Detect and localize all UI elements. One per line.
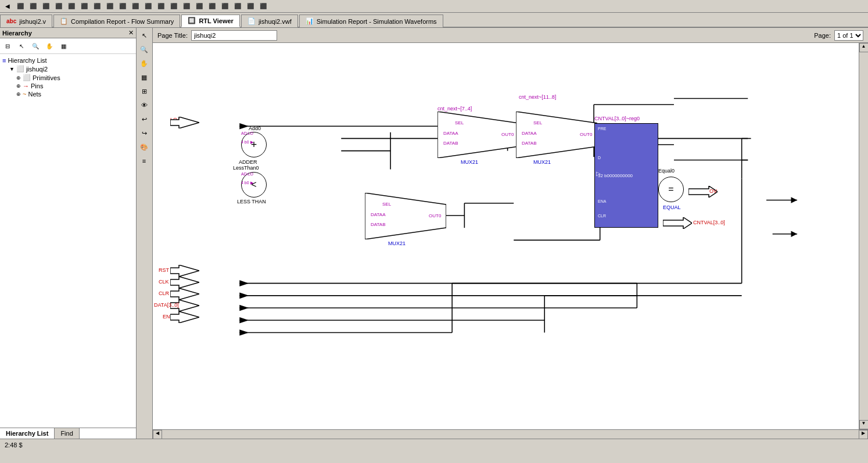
scrollbar-track-h[interactable] xyxy=(162,431,859,438)
sidebar-tool-4[interactable]: ✋ xyxy=(43,40,56,52)
toolbar-icon-12[interactable]: ⬛ xyxy=(156,1,166,12)
sidebar-toolbar: ⊟ ↖ 🔍 ✋ ▦ xyxy=(0,38,136,54)
left-tool-view[interactable]: 👁 xyxy=(138,99,150,112)
canvas-container[interactable]: LOAD Add0 + ADDER LessThan0 < LESS THAN … xyxy=(153,43,859,429)
tree-item-pins[interactable]: ⊕ → Pins xyxy=(16,82,134,90)
toolbar-icon-7[interactable]: ⬛ xyxy=(92,1,102,12)
scrollbar-track-v[interactable] xyxy=(859,52,868,420)
left-tool-pan[interactable]: ✋ xyxy=(138,57,150,70)
toolbar-icon-6[interactable]: ⬛ xyxy=(79,1,89,12)
toolbar-icon-18[interactable]: ⬛ xyxy=(232,1,243,12)
toolbar-icon-11[interactable]: ⬛ xyxy=(143,1,153,12)
toolbar-icon-13[interactable]: ⬛ xyxy=(168,1,179,12)
expand-nets[interactable]: ⊕ xyxy=(16,91,21,97)
sidebar-tool-5[interactable]: ▦ xyxy=(57,40,70,52)
tab-rtl[interactable]: 🔲 RTL Viewer xyxy=(181,15,240,27)
left-tool-list[interactable]: ≡ xyxy=(138,155,150,167)
toolbar-icon-14[interactable]: ⬛ xyxy=(181,1,192,12)
left-tool-forward[interactable]: ↪ xyxy=(138,127,150,139)
toolbar-icon-10[interactable]: ⬛ xyxy=(130,1,141,12)
mux2-shape: SEL DATAA DATAB OUT0 xyxy=(516,112,597,158)
toolbar-icon-2[interactable]: ⬛ xyxy=(28,1,38,12)
page-title-input[interactable] xyxy=(191,30,277,41)
tab-jishuqi2v[interactable]: abc jishuqi2.v xyxy=(0,15,52,27)
left-tool-fit[interactable]: ⊞ xyxy=(138,85,150,98)
left-tool-back[interactable]: ↩ xyxy=(138,113,150,125)
toolbar-back[interactable]: ◀ xyxy=(2,1,13,12)
tab-jishuqi2v-label: jishuqi2.v xyxy=(19,18,46,25)
page-title-label: Page Title: xyxy=(157,32,188,39)
label-cntval-reg: CNTVAL[3..0]~reg0 xyxy=(594,116,640,121)
sidebar-tab-hierarchy[interactable]: Hierarchy List xyxy=(0,428,55,439)
toolbar-icon-17[interactable]: ⬛ xyxy=(220,1,230,12)
nets-icon: ~ xyxy=(23,91,26,98)
svg-text:SEL: SEL xyxy=(382,202,392,207)
svg-marker-1 xyxy=(239,123,249,130)
label-equal0: Equal0 xyxy=(658,168,675,174)
toolbar-icon-9[interactable]: ⬛ xyxy=(117,1,128,12)
tab-simulation[interactable]: 📊 Simulation Report - Simulation Wavefor… xyxy=(299,15,443,27)
scrollbar-horizontal[interactable]: ◀ ▶ xyxy=(153,429,868,439)
tree-item-hierarchy-list[interactable]: ≡ Hierarchy List xyxy=(2,56,134,64)
page-row: Page: 1 of 1 xyxy=(814,30,863,41)
left-tool-select[interactable]: ↖ xyxy=(138,29,150,42)
svg-text:DATAB: DATAB xyxy=(443,141,458,146)
content-header: Page Title: Page: 1 of 1 xyxy=(153,28,868,43)
tab-compilation[interactable]: 📋 Compilation Report - Flow Summary xyxy=(53,15,180,27)
toolbar-icon-3[interactable]: ⬛ xyxy=(41,1,51,12)
scrollbar-left-button[interactable]: ◀ xyxy=(153,430,162,439)
clk-pin xyxy=(170,277,199,288)
toolbar-icon-8[interactable]: ⬛ xyxy=(105,1,115,12)
label-clk: CLK xyxy=(159,279,169,285)
toolbar-icon-19[interactable]: ⬛ xyxy=(245,1,256,12)
page-select[interactable]: 1 of 1 xyxy=(834,30,863,41)
equal-circle: = xyxy=(658,177,684,202)
svg-marker-59 xyxy=(170,277,199,288)
label-cnt74: cnt_next~[7..4] xyxy=(437,106,472,112)
tree-item-jishuqi2[interactable]: ▼ ⬜ jishuqi2 xyxy=(9,64,134,73)
tab-vwf[interactable]: 📄 jishuqi2.vwf xyxy=(241,15,298,27)
expand-jishuqi2[interactable]: ▼ xyxy=(9,66,15,72)
cntval-pin xyxy=(663,217,692,229)
page-label: Page: xyxy=(814,32,831,39)
toolbar-icon-15[interactable]: ⬛ xyxy=(194,1,205,12)
sidebar-tool-3[interactable]: 🔍 xyxy=(29,40,42,52)
label-equal: EQUAL xyxy=(663,204,681,210)
sidebar-tool-1[interactable]: ⊟ xyxy=(1,40,14,52)
label-cntval-out: CNTVAL[3..0] xyxy=(693,220,725,225)
label-mux21-3: MUX21 xyxy=(388,241,406,246)
svg-marker-12 xyxy=(239,293,249,299)
toolbar-icon-5[interactable]: ⬛ xyxy=(66,1,77,12)
toolbar-icon-20[interactable]: ⬛ xyxy=(258,1,268,12)
scrollbar-down-button[interactable]: ▼ xyxy=(859,420,869,429)
svg-marker-60 xyxy=(170,288,199,300)
tree-item-nets[interactable]: ⊕ ~ Nets xyxy=(16,90,134,98)
sidebar-tree: ≡ Hierarchy List ▼ ⬜ jishuqi2 ⊕ ⬜ Primit… xyxy=(0,54,136,428)
sidebar-close-button[interactable]: ✕ xyxy=(128,29,134,37)
left-tool-zoom[interactable]: 🔍 xyxy=(138,43,150,56)
tab-abc-icon: abc xyxy=(6,18,16,24)
main-layout: Hierarchy ✕ ⊟ ↖ 🔍 ✋ ▦ ≡ Hierarchy List ▼… xyxy=(0,28,868,439)
label-adlo: AD:LO xyxy=(241,131,253,135)
toolbar-icon-16[interactable]: ⬛ xyxy=(207,1,217,12)
label-data: DATA[3..0] xyxy=(154,302,179,308)
scrollbar-up-button[interactable]: ▲ xyxy=(859,43,869,52)
chip-icon: ⬜ xyxy=(16,65,24,73)
svg-marker-63 xyxy=(170,117,199,128)
scrollbar-vertical[interactable]: ▲ ▼ xyxy=(859,43,868,429)
left-tool-grid[interactable]: ▦ xyxy=(138,71,150,84)
scrollbar-right-button[interactable]: ▶ xyxy=(859,430,868,439)
toolbar-icon-4[interactable]: ⬛ xyxy=(53,1,64,12)
content-area: Page Title: Page: 1 of 1 xyxy=(153,28,868,439)
expand-pins[interactable]: ⊕ xyxy=(16,83,21,89)
sidebar-tab-find[interactable]: Find xyxy=(55,428,79,439)
primitives-icon: ⬜ xyxy=(23,74,31,81)
toolbar-icon-1[interactable]: ⬛ xyxy=(15,1,26,12)
expand-primitives[interactable]: ⊕ xyxy=(16,75,21,81)
svg-text:DATAB: DATAB xyxy=(522,141,536,146)
left-tool-color[interactable]: 🎨 xyxy=(138,141,150,153)
tree-item-primitives[interactable]: ⊕ ⬜ Primitives xyxy=(16,73,134,82)
sidebar-tool-2[interactable]: ↖ xyxy=(15,40,28,52)
sidebar-title: Hierarchy xyxy=(2,30,32,37)
svg-text:DATAB: DATAB xyxy=(371,222,385,227)
